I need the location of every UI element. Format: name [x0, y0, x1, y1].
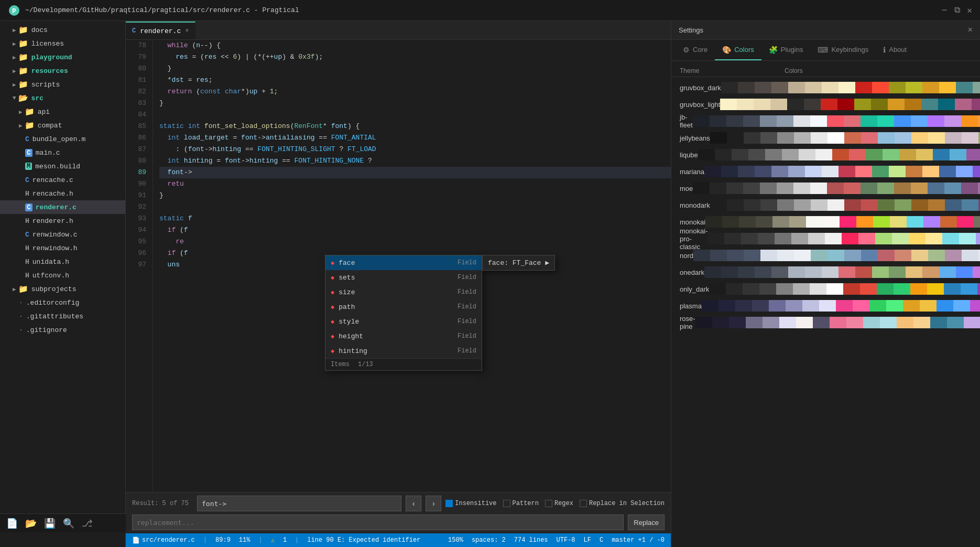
- color-swatch: [839, 166, 855, 177]
- replace-input[interactable]: [132, 514, 624, 530]
- sidebar-item-api[interactable]: ▶ 📁 api: [0, 105, 125, 119]
- theme-table[interactable]: Theme Colors gruvbox_darkgruvbox_lightjb…: [671, 61, 980, 547]
- sidebar-item-utfconv-h[interactable]: H utfconv.h: [0, 269, 125, 282]
- ac-item-size[interactable]: ◆ size Field: [325, 285, 482, 299]
- sidebar-item-scripts[interactable]: ▶ 📁 scripts: [0, 78, 125, 91]
- theme-row[interactable]: jb-fleet: [671, 113, 980, 130]
- find-next-btn[interactable]: ›: [426, 496, 441, 511]
- find-search-input[interactable]: [197, 496, 401, 511]
- color-swatch: [788, 166, 805, 177]
- file-generic-icon: ·: [19, 313, 23, 320]
- theme-row[interactable]: monokai: [671, 213, 980, 230]
- theme-row[interactable]: jellybeans: [671, 130, 980, 146]
- sidebar-item-bundle-open[interactable]: C bundle_open.m: [0, 132, 125, 146]
- new-file-icon[interactable]: 📄: [6, 518, 18, 529]
- code-line-94: if (f: [159, 224, 671, 236]
- code-line-84: [159, 109, 671, 121]
- save-icon[interactable]: 💾: [44, 518, 56, 529]
- minimize-btn[interactable]: ─: [940, 6, 949, 15]
- settings-tab-plugins[interactable]: 🧩 Plugins: [761, 40, 811, 60]
- settings-close-btn[interactable]: ×: [967, 26, 973, 35]
- insensitive-checkbox[interactable]: [445, 500, 453, 507]
- open-folder-icon[interactable]: 📂: [25, 518, 37, 529]
- theme-col-colors: Colors: [785, 67, 972, 74]
- editor-tab-renderer-c[interactable]: C renderer.c ×: [126, 22, 195, 39]
- insensitive-option[interactable]: Insensitive: [445, 500, 496, 507]
- settings-tab-about[interactable]: ℹ About: [876, 40, 914, 60]
- sidebar-item-editorconfig[interactable]: · .editorconfig: [0, 296, 125, 309]
- pattern-label: Pattern: [513, 500, 539, 507]
- theme-row[interactable]: moe: [671, 180, 980, 197]
- settings-tab-keybindings[interactable]: ⌨ Keybindings: [810, 40, 876, 60]
- git-icon[interactable]: ⎇: [82, 518, 93, 529]
- replace-btn[interactable]: Replace: [628, 514, 665, 530]
- theme-row[interactable]: plasma: [671, 297, 980, 314]
- regex-checkbox[interactable]: [545, 500, 552, 507]
- sidebar-item-rencache-c[interactable]: C rencache.c: [0, 173, 125, 187]
- sidebar-item-label: renderer.h: [32, 217, 73, 225]
- folder-icon: 📁: [18, 39, 28, 49]
- sidebar-item-subprojects[interactable]: ▶ 📁 subprojects: [0, 282, 125, 296]
- maximize-btn[interactable]: ⧉: [953, 6, 961, 15]
- pattern-checkbox[interactable]: [503, 500, 510, 507]
- sidebar-item-rencache-h[interactable]: H rencache.h: [0, 187, 125, 200]
- sidebar-item-playground[interactable]: ▶ 📁 playground: [0, 50, 125, 64]
- ac-item-label: height: [339, 333, 453, 340]
- theme-row[interactable]: gruvbox_light: [671, 96, 980, 113]
- sidebar-item-compat[interactable]: ▶ 📁 compat: [0, 119, 125, 132]
- sidebar-item-renderer-h[interactable]: H renderer.h: [0, 214, 125, 228]
- sidebar-item-main-c[interactable]: C main.c: [0, 146, 125, 159]
- sidebar-item-gitignore[interactable]: · .gitignore: [0, 323, 125, 337]
- theme-row[interactable]: mariana: [671, 163, 980, 180]
- sidebar-item-gitattributes[interactable]: · .gitattributes: [0, 309, 125, 323]
- theme-row[interactable]: monokai-pro-classic: [671, 230, 980, 247]
- color-swatch: [894, 183, 911, 194]
- close-btn[interactable]: ✕: [965, 6, 974, 15]
- tab-bar: C renderer.c ×: [126, 21, 671, 40]
- sidebar-item-label: resources: [31, 67, 68, 75]
- sidebar-item-licenses[interactable]: ▶ 📁 licenses: [0, 37, 125, 50]
- tab-close-btn[interactable]: ×: [185, 27, 189, 35]
- sidebar-item-docs[interactable]: ▶ 📁 docs: [0, 23, 125, 37]
- sidebar-item-renwindow-c[interactable]: C renwindow.c: [0, 228, 125, 241]
- pattern-option[interactable]: Pattern: [503, 500, 539, 507]
- settings-tab-colors[interactable]: 🎨 Colors: [715, 40, 761, 60]
- ac-item-sets[interactable]: ◆ sets Field: [325, 270, 482, 285]
- replace-in-selection-option[interactable]: Replace in Selection: [580, 500, 665, 507]
- regex-option[interactable]: Regex: [545, 500, 573, 507]
- autocomplete-dropdown[interactable]: ◆ face Field ◆ sets Field ◆ size Field: [325, 255, 482, 371]
- theme-row[interactable]: gruvbox_dark: [671, 79, 980, 96]
- sidebar-item-renderer-c[interactable]: C renderer.c: [0, 200, 125, 214]
- sidebar-item-meson-build[interactable]: M meson.build: [0, 159, 125, 173]
- ac-item-style[interactable]: ◆ style Field: [325, 314, 482, 329]
- sidebar-item-unidata-h[interactable]: H unidata.h: [0, 255, 125, 269]
- theme-row[interactable]: only_dark: [671, 281, 980, 297]
- theme-row[interactable]: nord: [671, 247, 980, 264]
- search-icon[interactable]: 🔍: [63, 518, 74, 529]
- settings-title: Settings: [679, 26, 703, 34]
- code-editor[interactable]: 78 79 80 81 82 83 84 85 86 87 88 89 90 9…: [126, 40, 671, 492]
- theme-row[interactable]: monodark: [671, 197, 980, 213]
- color-swatch: [743, 115, 760, 127]
- find-prev-btn[interactable]: ‹: [406, 496, 421, 511]
- ac-item-face[interactable]: ◆ face Field: [325, 255, 482, 270]
- color-swatch: [956, 166, 973, 177]
- theme-name: jellybeans: [680, 134, 710, 142]
- ac-item-hinting[interactable]: ◆ hinting Field: [325, 344, 482, 358]
- ac-item-height[interactable]: ◆ height Field: [325, 329, 482, 344]
- color-swatch: [899, 149, 916, 160]
- theme-col-name: Theme: [680, 67, 785, 74]
- theme-row[interactable]: onedark: [671, 264, 980, 281]
- color-swatch: [727, 250, 744, 261]
- theme-row[interactable]: rose-pine: [671, 314, 980, 331]
- theme-row[interactable]: liqube: [671, 146, 980, 163]
- color-swatch: [961, 115, 978, 127]
- replace-in-selection-checkbox[interactable]: [580, 500, 587, 507]
- color-swatch: [939, 82, 956, 93]
- ac-item-path[interactable]: ◆ path Field: [325, 299, 482, 314]
- sidebar-item-src[interactable]: ▼ 📂 src: [0, 91, 125, 105]
- settings-tab-core[interactable]: ⚙ Core: [676, 40, 715, 60]
- color-swatch: [839, 82, 855, 93]
- sidebar-item-resources[interactable]: ▶ 📁 resources: [0, 64, 125, 78]
- sidebar-item-renwindow-h[interactable]: H renwindow.h: [0, 241, 125, 255]
